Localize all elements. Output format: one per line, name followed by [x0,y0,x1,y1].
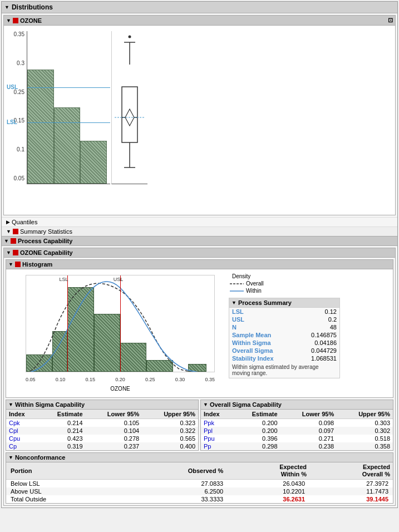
cap-x-2: 0.15 [85,377,95,382]
cap-x-4: 0.25 [145,377,155,382]
ws-col-index: Index [6,410,38,419]
y-label-035: 0.35 [14,31,24,37]
cap-x-5: 0.30 [175,377,185,382]
hist-section-header: ▼ Histogram [6,260,393,269]
ps-row: N 48 [229,323,339,331]
boxplot-area [111,31,147,184]
quantiles-expand-icon[interactable]: ▶ [6,219,10,225]
cap-usl-top-label: USL [114,277,124,282]
cap-x-6: 0.35 [205,377,215,382]
quantiles-label: Quantiles [12,219,37,225]
overall-sigma-header: ▼ Overall Sigma Capability [201,400,393,410]
cap-x-1: 0.10 [56,377,66,382]
within-sigma-cap: ▼ Within Sigma Capability Index Estimate… [6,400,199,451]
within-sigma-row: Cp 0.319 0.237 0.400 [6,442,198,450]
hist-title: Histogram [22,261,52,268]
ws-expand[interactable]: ▼ [8,402,13,407]
nc-col-observed: Observed % [117,462,228,480]
ozone-cap-title: OZONE Capability [20,249,73,256]
y-label-030: 0.3 [17,60,24,66]
ozone-chart-area: 0.35 0.3 0.25 0.15 0.1 0.05 [4,26,395,215]
overall-sigma-row: Pp 0.298 0.238 0.358 [201,442,393,450]
ps-row: Overall Sigma 0.044729 [229,347,339,354]
nonconf-expand[interactable]: ▼ [8,455,13,460]
histogram-section: ▼ Histogram [6,259,393,398]
os-expand[interactable]: ▼ [203,402,208,407]
dist-collapse-icon[interactable]: ▼ [4,4,9,10]
within-sigma-header: ▼ Within Sigma Capability [6,400,198,410]
hist-bar-3 [80,141,107,184]
cap-x-3: 0.20 [115,377,125,382]
proc-cap-title: Process Capability [18,238,72,244]
overall-sigma-row: Ppu 0.396 0.271 0.518 [201,435,393,442]
overall-legend-line [230,282,244,286]
ozone-cap-red-box [13,250,18,255]
nc-col-exp-within: ExpectedWithin % [228,462,309,480]
ozone-collapse-icon[interactable]: ▼ [6,18,11,23]
overall-legend-label: Overall [246,280,264,287]
overall-sigma-table: Index Estimate Lower 95% Upper 95% Ppk 0… [201,410,393,450]
cap-lsl-line [67,275,68,372]
os-col-est: Estimate [233,410,280,419]
nonconf-header: ▼ Nonconformance [6,453,393,462]
ozone-cap-section: ▼ OZONE Capability ▼ Histogram [3,248,396,506]
process-capability-section: ▼ Process Capability ▼ OZONE Capability … [2,236,397,506]
ozone-cap-expand[interactable]: ▼ [6,250,11,255]
y-label-005: 0.05 [14,175,24,181]
ws-title: Within Sigma Capability [15,401,85,408]
hist-expand[interactable]: ▼ [8,262,13,267]
os-col-index: Index [201,410,233,419]
overall-sigma-cap: ▼ Overall Sigma Capability Index Estimat… [200,400,393,451]
within-sigma-row: Cpu 0.423 0.278 0.565 [6,435,198,442]
lsl-label: LSL [7,119,17,125]
cap-x-0: 0.05 [26,377,36,382]
hist-bar-2 [54,107,81,184]
nonconf-row: Above USL 6.2500 10.2201 11.7473 [6,487,393,495]
within-sigma-row: Cpl 0.214 0.104 0.322 [6,427,198,435]
proc-cap-header: ▼ Process Capability [2,237,397,246]
cap-lsl-top-label: LSL [60,277,68,282]
ozone-section-header: ▼ OZONE ⊡ [4,16,395,26]
proc-cap-red-box [11,238,16,244]
usl-label: USL [7,84,18,90]
ps-table: LSL 0.12 USL 0.2 N 48 Sample Mean 0.1468… [229,308,339,362]
nonconformance-section: ▼ Nonconformance Portion Observed % Expe… [6,452,393,504]
proc-cap-expand[interactable]: ▼ [4,238,9,244]
nonconf-title: Nonconformance [15,454,65,461]
ps-row: Sample Mean 0.146875 [229,331,339,339]
ps-row: Stability Index 1.068531 [229,354,339,362]
os-title: Overall Sigma Capability [210,401,282,408]
within-legend-line [230,289,244,293]
ps-expand-icon[interactable]: ▼ [231,300,237,306]
hist-red-box [15,262,21,267]
summary-stats-row: ▼ Summary Statistics [2,226,397,236]
summary-red-box [13,229,18,234]
ps-title-bar: ▼ Process Summary [229,298,339,308]
ws-col-upper: Upper 95% [142,410,198,419]
ws-col-lower: Lower 95% [86,410,142,419]
cap-tables-container: ▼ Within Sigma Capability Index Estimate… [6,400,393,451]
distributions-header: ▼ Distributions [2,2,397,13]
process-summary: ▼ Process Summary LSL 0.12 USL 0.2 N 48 … [229,298,340,378]
nonconf-row: Below LSL 27.0833 26.0430 27.3972 [6,480,393,488]
os-col-upper: Upper 95% [337,410,393,419]
within-sigma-table: Index Estimate Lower 95% Upper 95% Cpk 0… [6,410,198,450]
distributions-title: Distributions [12,3,53,11]
ozone-cap-header: ▼ OZONE Capability [4,248,395,258]
nonconf-row: Total Outside 33.3333 36.2631 39.1445 [6,495,393,503]
ps-row: LSL 0.12 [229,308,339,316]
expand-icon[interactable]: ⊡ [388,17,393,24]
overall-sigma-row: Ppl 0.200 0.097 0.302 [201,427,393,435]
summary-stats-label: Summary Statistics [20,228,72,235]
within-sigma-row: Cpk 0.214 0.105 0.323 [6,419,198,427]
boxplot-svg [112,31,147,184]
ps-note: Within sigma estimated by average moving… [229,362,332,378]
lsl-line [27,122,110,123]
ozone-section: ▼ OZONE ⊡ 0.35 0.3 0.25 0.15 0.1 0.05 [3,15,396,215]
cap-x-title: OZONE [26,386,215,392]
summary-collapse-icon[interactable]: ▼ [6,229,11,234]
ozone-title: OZONE [20,17,42,24]
cap-usl-line [120,275,121,372]
density-label: Density [232,273,250,279]
nc-col-exp-overall: ExpectedOverall % [309,462,393,480]
